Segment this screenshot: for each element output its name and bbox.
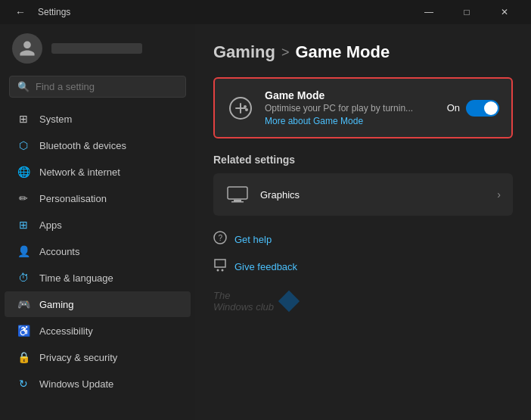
graphics-label: Graphics: [260, 189, 486, 201]
svg-rect-4: [234, 200, 241, 201]
user-section: [0, 27, 195, 73]
content-area: Gaming > Game Mode Game Mode Optimise yo…: [195, 24, 531, 420]
breadcrumb-current: Game Mode: [295, 42, 390, 62]
search-input[interactable]: [36, 81, 178, 92]
sidebar-item-accessibility[interactable]: ♿ Accessibility: [5, 318, 191, 344]
accessibility-icon: ♿: [17, 324, 30, 338]
sidebar-item-accounts[interactable]: 👤 Accounts: [5, 238, 191, 264]
svg-rect-5: [231, 201, 244, 203]
apps-icon: ⊞: [17, 218, 30, 232]
user-name-bar: [51, 43, 142, 54]
sidebar-item-gaming[interactable]: 🎮 Gaming: [5, 291, 191, 317]
game-mode-info: Game Mode Optimise your PC for play by t…: [265, 89, 436, 126]
personalisation-icon: ✏: [17, 191, 30, 205]
nav-list: ⊞ System ⬡ Bluetooth & devices 🌐 Network…: [0, 104, 195, 420]
accounts-icon: 👤: [17, 244, 30, 258]
svg-point-2: [245, 108, 248, 111]
back-button[interactable]: ←: [9, 3, 32, 21]
sidebar-item-privacy[interactable]: 🔒 Privacy & security: [5, 344, 191, 370]
sidebar-item-time[interactable]: ⏱ Time & language: [5, 265, 191, 291]
minimize-button[interactable]: —: [411, 0, 446, 24]
breadcrumb-parent[interactable]: Gaming: [213, 42, 275, 62]
search-box[interactable]: 🔍: [9, 76, 186, 98]
sidebar-item-apps[interactable]: ⊞ Apps: [5, 212, 191, 238]
help-links: ? Get help Give feedback: [213, 228, 513, 278]
system-icon: ⊞: [17, 112, 30, 126]
svg-rect-3: [228, 187, 247, 199]
watermark-text: TheWindows club: [213, 290, 274, 313]
graphics-icon: [225, 182, 250, 207]
sidebar-item-bluetooth[interactable]: ⬡ Bluetooth & devices: [5, 132, 191, 158]
search-icon: 🔍: [17, 81, 30, 92]
sidebar-item-personalisation[interactable]: ✏ Personalisation: [5, 185, 191, 211]
game-mode-toggle[interactable]: [466, 100, 499, 117]
update-icon: ↻: [17, 377, 30, 390]
chevron-right-icon: ›: [497, 188, 501, 201]
breadcrumb: Gaming > Game Mode: [213, 42, 513, 62]
sidebar: 🔍 ⊞ System ⬡ Bluetooth & devices 🌐 Netwo…: [0, 24, 195, 420]
privacy-icon: 🔒: [17, 350, 30, 364]
time-icon: ⏱: [17, 271, 30, 285]
related-settings-section: Related settings Graphics ›: [213, 154, 513, 216]
svg-point-8: [217, 269, 219, 272]
bluetooth-icon: ⬡: [17, 138, 30, 152]
breadcrumb-separator: >: [281, 45, 290, 61]
graphics-card[interactable]: Graphics ›: [213, 173, 513, 216]
give-feedback-label: Give feedback: [234, 261, 297, 272]
give-feedback-link[interactable]: Give feedback: [213, 255, 513, 278]
svg-point-1: [244, 105, 247, 108]
sidebar-item-system[interactable]: ⊞ System: [5, 106, 191, 132]
maximize-button[interactable]: □: [449, 0, 484, 24]
svg-point-9: [222, 269, 224, 272]
avatar[interactable]: [12, 33, 42, 64]
game-mode-link[interactable]: More about Game Mode: [265, 116, 436, 126]
game-mode-toggle-group: On: [447, 100, 499, 117]
get-help-label: Get help: [234, 234, 272, 245]
network-icon: 🌐: [17, 165, 30, 179]
window-controls: — □ ✕: [411, 0, 522, 24]
close-button[interactable]: ✕: [487, 0, 522, 24]
give-feedback-icon: [213, 258, 227, 275]
game-mode-title: Game Mode: [265, 89, 436, 101]
watermark-icon: [278, 291, 300, 312]
sidebar-item-network[interactable]: 🌐 Network & internet: [5, 159, 191, 185]
title-bar: ← Settings — □ ✕: [0, 0, 531, 24]
app-layout: 🔍 ⊞ System ⬡ Bluetooth & devices 🌐 Netwo…: [0, 24, 531, 420]
get-help-icon: ?: [213, 231, 227, 247]
game-mode-icon: [227, 95, 254, 122]
watermark: TheWindows club: [213, 290, 513, 313]
app-title: Settings: [38, 7, 70, 17]
title-bar-left: ← Settings: [9, 3, 70, 21]
sidebar-item-update[interactable]: ↻ Windows Update: [5, 371, 191, 397]
related-settings-title: Related settings: [213, 154, 513, 166]
get-help-link[interactable]: ? Get help: [213, 228, 513, 250]
game-mode-description: Optimise your PC for play by turnin...: [265, 103, 436, 114]
svg-text:?: ?: [219, 234, 223, 242]
gaming-icon: 🎮: [17, 297, 30, 311]
game-mode-card[interactable]: Game Mode Optimise your PC for play by t…: [213, 77, 513, 138]
toggle-label: On: [447, 102, 460, 114]
